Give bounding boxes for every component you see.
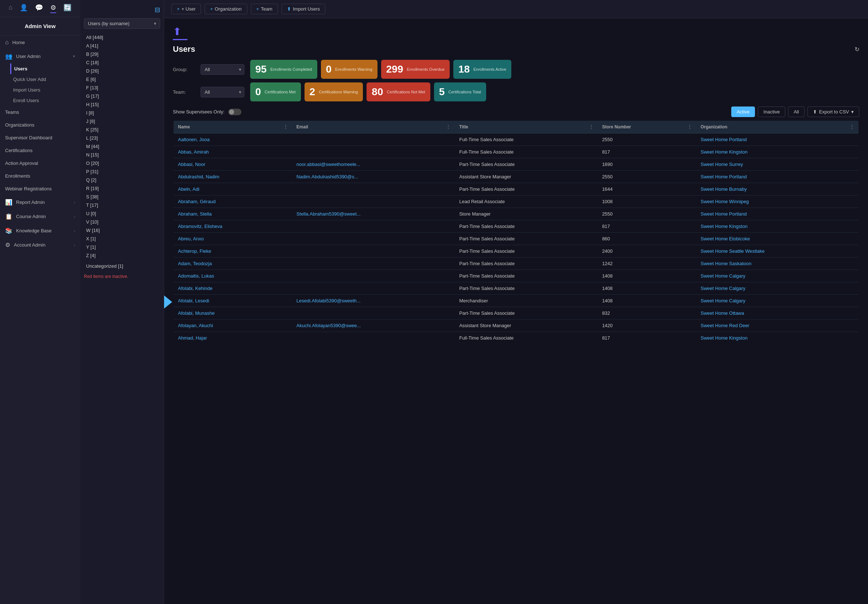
user-email-cell[interactable] [292,146,455,158]
user-org-cell[interactable]: Sweet Home Ottawa [696,307,859,319]
table-row[interactable]: Abeln, Adi Part-Time Sales Associate 164… [173,183,859,195]
user-org-cell[interactable]: Sweet Home Portland [696,208,859,220]
refresh-page-icon[interactable]: ↻ [854,46,859,53]
user-org-cell[interactable]: Sweet Home Calgary [696,270,859,282]
user-email-cell[interactable] [292,245,455,257]
user-org-cell[interactable]: Sweet Home Red Deer [696,319,859,332]
sidebar-item-knowledge-base[interactable]: 📚 Knowledge Base › [0,224,80,238]
chat-icon[interactable]: 💬 [35,4,43,13]
refresh-icon[interactable]: 🔄 [64,4,71,13]
user-name-cell[interactable]: Abraham, Géraud [173,195,292,208]
collapse-arrow[interactable] [164,296,172,308]
user-email-cell[interactable]: noor.abbasi@sweethomeele... [292,158,455,171]
import-users-button[interactable]: ⬆ Import Users [282,4,326,14]
user-name-cell[interactable]: Adomaitis, Lukas [173,270,292,282]
email-col-menu-icon[interactable]: ⋮ [446,124,450,130]
alpha-list-item[interactable]: G [17] [84,92,160,100]
sidebar-item-webinar-registrations[interactable]: Webinar Registrations [0,182,80,195]
sidebar-item-user-admin[interactable]: 👥 User Admin ▾ [0,49,80,63]
user-name-cell[interactable]: Abramovitz, Elisheva [173,220,292,233]
user-name-cell[interactable]: Afolabi, Kehinde [173,282,292,295]
user-email-cell[interactable]: Nadim.Abdulrashid5390@s... [292,171,455,183]
user-email-cell[interactable] [292,183,455,195]
table-row[interactable]: Ahmad, Hajar Full-Time Sales Associate 8… [173,332,859,345]
table-row[interactable]: Aaltonen, Jooa Full-Time Sales Associate… [173,133,859,146]
user-org-cell[interactable]: Sweet Home Portland [696,133,859,146]
user-org-cell[interactable]: Sweet Home Calgary [696,295,859,307]
user-name-cell[interactable]: Ahmad, Hajar [173,332,292,345]
user-name-cell[interactable]: Abeln, Adi [173,183,292,195]
sidebar-item-import-users[interactable]: Import Users [13,85,80,95]
user-email-cell[interactable] [292,257,455,270]
user-name-cell[interactable]: Afolabi, Lesedi [173,295,292,307]
sidebar-item-report-admin[interactable]: 📊 Report Admin › [0,195,80,209]
sidebar-item-account-admin[interactable]: ⚙ Account Admin › [0,238,80,252]
sidebar-item-home[interactable]: ⌂ Home [0,36,80,49]
table-row[interactable]: Abbas, Amirah Full-Time Sales Associate … [173,146,859,158]
user-org-cell[interactable]: Sweet Home Winnipeg [696,195,859,208]
table-row[interactable]: Abraham, Stella Stella.Abraham5390@sweet… [173,208,859,220]
user-email-cell[interactable] [292,233,455,245]
sidebar-item-certifications[interactable]: Certifications [0,144,80,157]
user-name-cell[interactable]: Aaltonen, Jooa [173,133,292,146]
user-email-cell[interactable] [292,307,455,319]
user-email-cell[interactable] [292,133,455,146]
user-name-cell[interactable]: Abraham, Stella [173,208,292,220]
org-col-menu-icon[interactable]: ⋮ [850,124,854,130]
user-org-cell[interactable]: Sweet Home Etobicoke [696,233,859,245]
alpha-list-item[interactable]: R [19] [84,184,160,193]
sidebar-item-enroll-users[interactable]: Enroll Users [13,95,80,106]
alpha-list-item[interactable]: F [13] [84,84,160,92]
supervisees-toggle[interactable] [228,109,242,115]
alpha-list-item[interactable]: K [25] [84,125,160,134]
alpha-list-item[interactable]: E [6] [84,75,160,84]
add-org-button[interactable]: + Organization [205,4,247,14]
user-email-cell[interactable] [292,195,455,208]
store-col-menu-icon[interactable]: ⋮ [687,124,692,130]
user-org-cell[interactable]: Sweet Home Kingston [696,146,859,158]
user-icon[interactable]: 👤 [20,4,28,13]
sidebar-item-quick-user-add[interactable]: Quick User Add [13,74,80,85]
name-col-menu-icon[interactable]: ⋮ [284,124,288,130]
users-sort-select[interactable]: Users (by surname) [84,18,160,29]
user-name-cell[interactable]: Abdulrashid, Nadim [173,171,292,183]
sidebar-item-users[interactable]: Users [10,63,80,74]
user-email-cell[interactable] [292,282,455,295]
alpha-list-item[interactable]: U [0] [84,209,160,218]
table-row[interactable]: Afolabi, Kehinde Part-Time Sales Associa… [173,282,859,295]
user-org-cell[interactable]: Sweet Home Saskatoon [696,257,859,270]
alpha-list-item[interactable]: H [15] [84,100,160,109]
inactive-filter-button[interactable]: Inactive [758,107,785,117]
all-filter-button[interactable]: All [788,107,804,117]
settings-icon[interactable]: ⚙ [50,4,56,13]
sidebar-item-organizations[interactable]: Organizations [0,119,80,131]
alpha-list-item[interactable]: X [1] [84,234,160,243]
group-select[interactable]: All [201,64,244,75]
table-row[interactable]: Abramovitz, Elisheva Part-Time Sales Ass… [173,220,859,233]
user-email-cell[interactable] [292,220,455,233]
user-name-cell[interactable]: Abreu, Anxo [173,233,292,245]
add-user-button[interactable]: + + User [171,4,201,14]
table-row[interactable]: Abreu, Anxo Part-Time Sales Associate 86… [173,233,859,245]
user-name-cell[interactable]: Achterop, Fieke [173,245,292,257]
user-org-cell[interactable]: Sweet Home Kingston [696,220,859,233]
user-org-cell[interactable]: Sweet Home Portland [696,171,859,183]
team-select[interactable]: All [201,87,244,98]
table-row[interactable]: Afolabi, Munashe Part-Time Sales Associa… [173,307,859,319]
table-row[interactable]: Adam, Teodozja Part-Time Sales Associate… [173,257,859,270]
sidebar-item-course-admin[interactable]: 📋 Course Admin › [0,209,80,224]
user-org-cell[interactable]: Sweet Home Seattle Westlake [696,245,859,257]
home-nav-icon[interactable]: ⌂ [9,4,13,13]
filter-icon[interactable]: ⊟ [155,6,160,14]
sidebar-item-supervisor-dashboard[interactable]: Supervisor Dashboard [0,131,80,144]
add-team-button[interactable]: + Team [251,4,278,14]
user-name-cell[interactable]: Abbas, Amirah [173,146,292,158]
table-row[interactable]: Abbasi, Noor noor.abbasi@sweethomeele...… [173,158,859,171]
alpha-list-item[interactable]: T [17] [84,201,160,209]
alpha-list-item[interactable]: L [23] [84,134,160,142]
user-name-cell[interactable]: Afolayan, Akuchi [173,319,292,332]
user-org-cell[interactable]: Sweet Home Burnaby [696,183,859,195]
table-row[interactable]: Abdulrashid, Nadim Nadim.Abdulrashid5390… [173,171,859,183]
alpha-list-item[interactable]: C [18] [84,58,160,67]
alpha-list-item[interactable]: M [44] [84,142,160,151]
